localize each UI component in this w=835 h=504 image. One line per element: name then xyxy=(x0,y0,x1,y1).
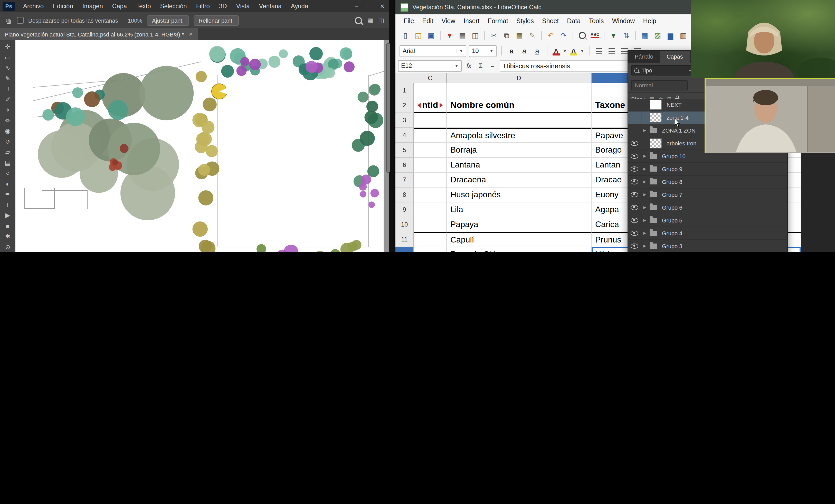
chevron-down-icon[interactable]: ▼ xyxy=(563,48,567,53)
save-icon[interactable]: ▣ xyxy=(425,30,437,41)
dodge-tool-icon[interactable]: ◐ xyxy=(1,179,14,189)
menu-item-edit[interactable]: Edit xyxy=(418,15,437,27)
zoom-tool-icon[interactable]: ⊙ xyxy=(1,242,14,252)
cell-d12[interactable]: Rosa de China xyxy=(447,247,592,252)
eyedropper-tool-icon[interactable]: ✐ xyxy=(1,94,14,105)
brush-tool-icon[interactable]: ✏ xyxy=(1,115,14,126)
cell-d11[interactable]: Capulí xyxy=(447,232,592,247)
cell-c12[interactable] xyxy=(414,247,447,252)
spelling-icon[interactable]: ABC xyxy=(589,30,601,41)
expand-arrow-icon[interactable]: ▶ xyxy=(641,231,648,235)
menu-item-styles[interactable]: Styles xyxy=(512,15,538,27)
close-button[interactable]: ✕ xyxy=(376,1,389,12)
row-header-12[interactable]: 12 xyxy=(395,247,414,252)
menu-item-data[interactable]: Data xyxy=(563,15,585,27)
visibility-toggle[interactable] xyxy=(628,137,641,149)
menu-item-ayuda[interactable]: Ayuda xyxy=(286,1,313,12)
cell-d6[interactable]: Lantana xyxy=(447,158,592,173)
menu-item-filtro[interactable]: Filtro xyxy=(191,1,215,12)
cell-c1[interactable] xyxy=(414,83,447,98)
highlight-color-button[interactable]: A xyxy=(570,47,578,55)
history-brush-tool-icon[interactable]: ↺ xyxy=(1,136,14,147)
cell-c10[interactable] xyxy=(414,217,447,232)
menu-item-archivo[interactable]: Archivo xyxy=(19,1,48,12)
fill-screen-button[interactable]: Rellenar pant. xyxy=(194,15,239,25)
menu-item-3d[interactable]: 3D xyxy=(215,1,231,12)
filter-type-combo[interactable]: Tipo ▼ xyxy=(631,65,695,76)
row-header-4[interactable]: 4 xyxy=(395,128,414,143)
blur-tool-icon[interactable]: ○ xyxy=(1,168,14,179)
layer-thumbnail[interactable] xyxy=(650,100,662,110)
row-header-7[interactable]: 7 xyxy=(395,173,414,187)
cell-c11[interactable] xyxy=(414,232,447,247)
layer-row-grupo-4[interactable]: ▶Grupo 4 xyxy=(628,227,787,240)
search-icon[interactable] xyxy=(355,17,362,24)
layer-row-grupo-6[interactable]: ▶Grupo 6 xyxy=(628,201,787,214)
gradient-tool-icon[interactable]: ▤ xyxy=(1,158,14,168)
cut-icon[interactable]: ✂ xyxy=(488,30,500,41)
menu-item-selección[interactable]: Selección xyxy=(156,1,191,12)
row-header-9[interactable]: 9 xyxy=(395,202,414,217)
row-header-11[interactable]: 11 xyxy=(395,232,414,247)
cell-d3[interactable] xyxy=(447,113,592,128)
font-color-button[interactable]: A xyxy=(552,47,560,55)
formula-icon[interactable]: = xyxy=(488,62,497,69)
move-tool-icon[interactable]: ✛ xyxy=(1,42,14,52)
paste-icon[interactable]: ▦ xyxy=(513,30,525,41)
chevron-down-icon[interactable]: ▼ xyxy=(456,48,463,53)
sum-icon[interactable]: Σ xyxy=(476,62,485,69)
visibility-toggle[interactable] xyxy=(628,176,641,188)
export-pdf-icon[interactable]: ▼ xyxy=(444,30,455,41)
layer-thumbnail[interactable] xyxy=(650,113,662,123)
visibility-toggle[interactable] xyxy=(628,227,641,239)
expand-arrow-icon[interactable]: ▶ xyxy=(641,193,648,197)
cell-d4[interactable]: Amapola silvestre xyxy=(447,128,592,143)
layer-row-grupo-9[interactable]: ▶Grupo 9 xyxy=(628,163,787,176)
workspace-icon[interactable]: ▦ xyxy=(367,17,373,24)
chevron-down-icon[interactable]: ▼ xyxy=(580,48,584,53)
cell-d10[interactable]: Papaya xyxy=(447,217,592,232)
visibility-toggle[interactable] xyxy=(628,214,641,226)
select-all-corner[interactable] xyxy=(395,73,414,84)
insert-image-icon[interactable]: ▨ xyxy=(652,30,664,41)
autofilter-icon[interactable]: ▼ xyxy=(608,30,619,41)
cell-c7[interactable] xyxy=(414,173,447,187)
cell-d8[interactable]: Huso japonés xyxy=(447,187,592,202)
font-size-combo[interactable]: 10▼ xyxy=(469,45,496,57)
row-header-2[interactable]: 2 xyxy=(395,98,414,113)
layer-row-grupo-8[interactable]: ▶Grupo 8 xyxy=(628,176,787,188)
undo-icon[interactable]: ↶ xyxy=(545,30,557,41)
fit-screen-button[interactable]: Ajustar pant. xyxy=(147,15,189,25)
minimize-button[interactable]: – xyxy=(350,1,363,12)
visibility-toggle[interactable] xyxy=(628,240,641,252)
expand-arrow-icon[interactable]: ▶ xyxy=(641,128,648,133)
cell-d2[interactable]: Nombre común xyxy=(447,98,592,113)
menu-item-capa[interactable]: Capa xyxy=(107,1,131,12)
row-header-10[interactable]: 10 xyxy=(395,217,414,232)
column-header-c[interactable]: C xyxy=(414,73,447,83)
expand-arrow-icon[interactable]: ▶ xyxy=(641,167,648,171)
panel-tab-capas[interactable]: Capas xyxy=(660,51,690,63)
document-tab[interactable]: Plano vegetación actual Sta. Catalina.ps… xyxy=(0,28,198,40)
menu-item-vista[interactable]: Vista xyxy=(231,1,254,12)
menu-item-window[interactable]: Window xyxy=(608,15,639,27)
font-name-combo[interactable]: Arial▼ xyxy=(400,45,466,57)
cell-d5[interactable]: Borraja xyxy=(447,143,592,158)
print-preview-icon[interactable]: ◫ xyxy=(469,30,481,41)
column-header-d[interactable]: D xyxy=(447,73,592,83)
row-header-6[interactable]: 6 xyxy=(395,158,414,173)
visibility-toggle[interactable] xyxy=(628,124,641,137)
copy-icon[interactable]: ⧉ xyxy=(501,30,512,41)
layer-row-grupo-3[interactable]: ▶Grupo 3 xyxy=(628,240,787,252)
menu-item-sheet[interactable]: Sheet xyxy=(538,15,563,27)
menu-item-format[interactable]: Format xyxy=(484,15,512,27)
clone-stamp-tool-icon[interactable]: ◉ xyxy=(1,126,14,136)
visibility-toggle[interactable] xyxy=(628,99,641,111)
layer-row-grupo-5[interactable]: ▶Grupo 5 xyxy=(628,214,787,227)
menu-item-help[interactable]: Help xyxy=(639,15,660,27)
bold-button[interactable]: a xyxy=(506,46,516,56)
rectangle-shape-tool-icon[interactable]: ■ xyxy=(1,221,14,231)
sort-icon[interactable]: ⇅ xyxy=(620,30,632,41)
cell-c9[interactable] xyxy=(414,202,447,217)
cell-c8[interactable] xyxy=(414,187,447,202)
